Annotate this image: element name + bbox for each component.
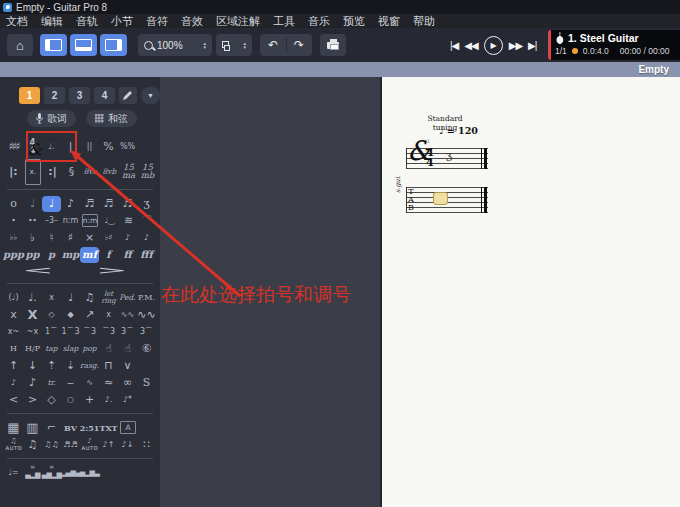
f-button[interactable]: f xyxy=(99,247,118,263)
double-barline-button[interactable]: || xyxy=(80,135,99,159)
grace-on-beat-button[interactable]: ♪ xyxy=(137,230,156,246)
tie-button[interactable]: ♩‿ xyxy=(100,213,119,229)
note-crescendo-button[interactable]: < xyxy=(4,392,23,408)
pick-upstroke-button[interactable]: ∨ xyxy=(118,358,137,374)
triplet-button[interactable]: –3– xyxy=(42,213,61,229)
eighth-note-button[interactable]: ♪ xyxy=(61,196,80,212)
bend-button[interactable]: ↗ xyxy=(80,307,99,323)
double-dot-button[interactable]: ·· xyxy=(23,213,42,229)
double-flat-button[interactable]: ♭♭ xyxy=(4,230,23,246)
ottava-alta-button[interactable]: 8va xyxy=(81,160,100,184)
slide-out-up-button[interactable]: ⌒3 xyxy=(99,324,118,340)
slide-in-from-above-button[interactable]: ~x xyxy=(23,324,42,340)
page-view-spinner-icon[interactable]: ▴▾ xyxy=(243,41,246,49)
track-panel[interactable]: 1. Steel Guitar 1/1 0.0:4.0 00:00 / 00:0… xyxy=(548,30,680,60)
rest-button[interactable]: ʒ xyxy=(137,196,156,212)
brush-down-button[interactable]: ↓ xyxy=(23,358,42,374)
segno-button[interactable]: § xyxy=(62,160,81,184)
accent-note-button[interactable]: ♩ xyxy=(61,290,80,306)
undo-button[interactable]: ↶ xyxy=(261,38,286,52)
let-ring-arc-button[interactable]: ≋ xyxy=(119,213,138,229)
slide-out-down-button[interactable]: ⌒3 xyxy=(80,324,99,340)
accidental-toggle-button[interactable]: ♭♯ xyxy=(99,230,118,246)
slide-from-button[interactable]: 3⌒ xyxy=(118,324,137,340)
grace-trill-button[interactable]: ♪ xyxy=(4,375,23,391)
ghost-note-button[interactable]: (♩) xyxy=(4,290,23,306)
custom-tuplet-button[interactable]: n:m xyxy=(82,214,98,227)
let-ring-button[interactable]: let ring xyxy=(99,290,118,306)
palm-mute-button[interactable]: P.M. xyxy=(137,290,156,306)
mute-x-button[interactable]: x xyxy=(4,307,23,323)
whammy-bar-button[interactable]: x xyxy=(99,307,118,323)
menu-item-12[interactable]: 帮助 xyxy=(413,14,435,28)
rasgueado-button[interactable]: rasg. xyxy=(80,358,99,374)
trill-button[interactable]: tr. xyxy=(42,375,61,391)
harmonic-diamond-button[interactable]: ◇ xyxy=(42,392,61,408)
decrescendo-button[interactable]: > xyxy=(28,262,160,280)
double-sharp-button[interactable]: × xyxy=(80,230,99,246)
pop-button[interactable]: pop xyxy=(80,341,99,357)
beam-split-button[interactable]: ♫♫ xyxy=(42,437,61,453)
ppp-button[interactable]: ppp xyxy=(4,247,23,263)
thirty-second-note-button[interactable]: ♬ xyxy=(99,196,118,212)
zoom-spinner-icon[interactable]: ▴▾ xyxy=(203,41,206,49)
document-tab-empty[interactable]: Empty xyxy=(638,64,669,75)
menu-item-8[interactable]: 工具 xyxy=(273,14,295,28)
chord-diagram-button[interactable]: ▦ xyxy=(4,420,23,436)
page-view-control[interactable]: ▴▾ xyxy=(216,34,252,56)
menu-item-5[interactable]: 音符 xyxy=(146,14,168,28)
pick-downstroke-button[interactable]: ⊓ xyxy=(99,358,118,374)
slash-notation-button[interactable]: ⌐ xyxy=(42,420,61,436)
redo-button[interactable]: ↷ xyxy=(287,38,312,52)
ff-button[interactable]: ff xyxy=(118,247,137,263)
view-panel-left-button[interactable] xyxy=(40,34,67,56)
right-hand-tap-button[interactable]: ☝ xyxy=(118,341,137,357)
ottava-bassa-button[interactable]: 8vb xyxy=(100,160,119,184)
menu-item-9[interactable]: 音乐 xyxy=(308,14,330,28)
home-button[interactable]: ⌂ xyxy=(7,34,33,56)
tempo-automation-button[interactable]: ♩= xyxy=(4,465,23,481)
golpe-button[interactable]: ⑥ xyxy=(137,341,156,357)
text-button[interactable]: TXT xyxy=(99,420,118,436)
chords-button[interactable]: 和弦 xyxy=(86,110,137,127)
zoom-control[interactable]: 100% ▴▾ xyxy=(138,34,212,56)
tap-button[interactable]: tap xyxy=(42,341,61,357)
stem-up-button[interactable]: ♪↑ xyxy=(99,437,118,453)
beam-auto-button[interactable]: ♫ ᴀᴜᴛᴏ xyxy=(4,437,23,453)
menu-item-4[interactable]: 小节 xyxy=(111,14,133,28)
lyrics-button[interactable]: 歌词 xyxy=(27,110,76,127)
play-button[interactable]: ▶ xyxy=(484,36,503,55)
note-decrescendo-button[interactable]: > xyxy=(23,392,42,408)
quindicesima-alta-button[interactable]: 15 ma xyxy=(119,160,138,184)
natural-button[interactable]: ♮ xyxy=(42,230,61,246)
turn-button[interactable]: S xyxy=(137,375,156,391)
pp-button[interactable]: pp xyxy=(23,247,42,263)
edit-palette-button[interactable] xyxy=(119,87,137,104)
heavy-mute-button[interactable]: X xyxy=(23,307,42,323)
artificial-harmonic-button[interactable]: ◆ xyxy=(61,307,80,323)
barre-button[interactable]: BV xyxy=(61,420,80,436)
key-signature-button[interactable]: ♯♯♯ xyxy=(4,135,23,159)
slap-button[interactable]: slap xyxy=(61,341,80,357)
beam-group-button[interactable]: ♬♬ xyxy=(61,437,80,453)
natural-harmonic-button[interactable]: ◇ xyxy=(42,307,61,323)
sharp-button[interactable]: ♯ xyxy=(61,230,80,246)
menu-item-11[interactable]: 视窗 xyxy=(378,14,400,28)
repeat-open-button[interactable]: |: xyxy=(4,160,23,184)
n-tuplet-button[interactable]: n:m xyxy=(61,213,80,229)
sixty-fourth-note-button[interactable]: ♬ xyxy=(118,196,137,212)
tremolo-button[interactable]: ∞ xyxy=(118,375,137,391)
menu-item-1[interactable]: 文档 xyxy=(6,14,28,28)
menu-item-7[interactable]: 区域注解 xyxy=(216,14,260,28)
half-note-button[interactable]: ♩ xyxy=(23,196,42,212)
brush-up-button[interactable]: ↑ xyxy=(4,358,23,374)
arpeggio-up-button[interactable]: ⇡ xyxy=(42,358,61,374)
wah-closed-button[interactable]: + xyxy=(80,392,99,408)
pedal-button[interactable]: Ped. xyxy=(118,290,137,306)
volume-meter-button[interactable]: ▂▄▆▄ xyxy=(61,465,80,481)
stem-auto-button[interactable]: ♪ ᴀᴜᴛᴏ xyxy=(80,437,99,453)
section-marker-button[interactable]: A xyxy=(120,421,136,434)
menu-item-2[interactable]: 编辑 xyxy=(41,14,63,28)
p-button[interactable]: p xyxy=(42,247,61,263)
menu-item-10[interactable]: 预览 xyxy=(343,14,365,28)
